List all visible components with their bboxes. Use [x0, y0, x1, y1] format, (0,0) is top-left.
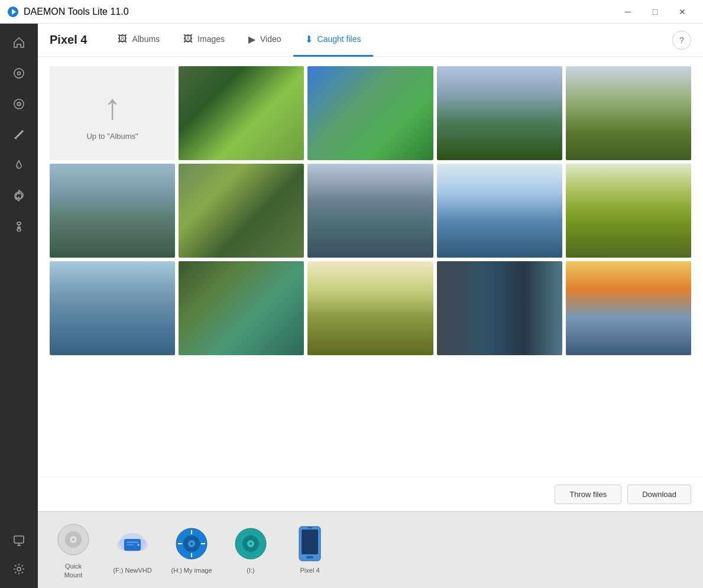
images-tab-label: Images	[197, 34, 225, 44]
app-title: DAEMON Tools Lite 11.0	[24, 7, 129, 17]
back-arrow-icon: ↑	[103, 86, 121, 127]
sidebar-bottom-icons	[5, 527, 33, 583]
quick-mount-icon	[54, 521, 92, 558]
svg-point-13	[17, 567, 21, 571]
photo-14[interactable]	[566, 261, 691, 355]
bottom-bar: QuickMount (F	[38, 511, 703, 588]
pixel4-icon	[291, 525, 329, 563]
back-label: Up to "Albums"	[86, 132, 138, 141]
sidebar-usb-icon[interactable]	[5, 213, 33, 241]
albums-tab-label: Albums	[132, 34, 160, 44]
photo-2[interactable]	[307, 66, 433, 160]
sidebar	[0, 24, 38, 588]
gallery-area[interactable]: ↑ Up to "Albums"	[38, 57, 703, 477]
svg-rect-7	[17, 222, 21, 225]
tab-caught-files[interactable]: ⬇ Caught files	[293, 24, 373, 57]
photo-9[interactable]	[566, 164, 691, 258]
sidebar-burn-icon[interactable]	[5, 151, 33, 180]
photo-3[interactable]	[437, 66, 562, 160]
title-bar-left: DAEMON Tools Lite 11.0	[7, 6, 129, 18]
photo-10[interactable]	[50, 261, 175, 355]
photo-12[interactable]	[307, 261, 433, 355]
i-drive-icon	[232, 525, 270, 563]
tab-albums[interactable]: 🖼 Albums	[106, 24, 171, 57]
pixel4-item[interactable]: Pixel 4	[286, 525, 333, 574]
download-button[interactable]: Download	[627, 485, 691, 504]
tab-images[interactable]: 🖼 Images	[171, 24, 237, 57]
photo-4[interactable]	[566, 66, 691, 160]
my-image-label: (H:) My image	[171, 566, 212, 574]
svg-rect-23	[127, 544, 134, 545]
svg-rect-9	[17, 229, 21, 231]
photo-8[interactable]	[437, 164, 562, 258]
maximize-button[interactable]: □	[642, 0, 669, 24]
caught-files-tab-label: Caught files	[318, 34, 361, 44]
photo-1[interactable]	[179, 66, 304, 160]
svg-rect-39	[306, 556, 313, 558]
svg-rect-10	[14, 536, 24, 543]
tab-video[interactable]: ▶ Video	[237, 24, 293, 57]
page-title: Pixel 4	[50, 33, 87, 47]
app-body: Pixel 4 🖼 Albums 🖼 Images ▶ Video ⬇ Caug…	[0, 24, 703, 588]
title-bar-controls: ─ □ ✕	[614, 0, 696, 24]
svg-point-36	[250, 542, 252, 545]
photo-13[interactable]	[437, 261, 562, 355]
pixel4-label: Pixel 4	[300, 566, 319, 574]
my-image-icon	[173, 525, 210, 563]
close-button[interactable]: ✕	[669, 0, 696, 24]
quick-mount-item[interactable]: QuickMount	[50, 521, 97, 579]
svg-rect-38	[302, 529, 318, 554]
images-tab-icon: 🖼	[183, 34, 193, 44]
svg-point-17	[72, 538, 74, 541]
svg-point-28	[190, 542, 193, 545]
title-bar: DAEMON Tools Lite 11.0 ─ □ ✕	[0, 0, 703, 24]
svg-point-6	[18, 103, 20, 105]
caught-files-tab-icon: ⬇	[305, 34, 313, 45]
sidebar-edit-icon[interactable]	[5, 121, 33, 149]
sidebar-agent-icon[interactable]	[5, 527, 33, 555]
i-drive-item[interactable]: (I:)	[227, 525, 274, 574]
photo-5[interactable]	[50, 164, 175, 258]
action-bar: Throw files Download	[38, 477, 703, 511]
new-vhd-icon	[114, 525, 151, 563]
svg-point-2	[14, 69, 24, 78]
throw-files-button[interactable]: Throw files	[555, 485, 621, 504]
sidebar-home-icon[interactable]	[5, 28, 33, 57]
sidebar-disc-mount-icon[interactable]	[5, 59, 33, 87]
nav-tabs: 🖼 Albums 🖼 Images ▶ Video ⬇ Caught files	[106, 24, 672, 57]
sidebar-virtual-drive-icon[interactable]	[5, 90, 33, 118]
video-tab-icon: ▶	[248, 34, 255, 45]
new-vhd-item[interactable]: (F:) NewVHD	[109, 525, 156, 574]
albums-tab-icon: 🖼	[118, 34, 127, 44]
photo-6[interactable]	[179, 164, 304, 258]
sidebar-settings-icon[interactable]	[5, 555, 33, 583]
svg-rect-40	[307, 527, 312, 528]
back-to-albums[interactable]: ↑ Up to "Albums"	[50, 66, 175, 160]
svg-point-3	[18, 72, 21, 75]
svg-point-24	[137, 544, 140, 546]
video-tab-label: Video	[260, 34, 281, 44]
i-drive-label: (I:)	[247, 566, 254, 574]
my-image-item[interactable]: (H:) My image	[168, 525, 215, 574]
photo-11[interactable]	[179, 261, 304, 355]
new-vhd-label: (F:) NewVHD	[113, 566, 151, 574]
minimize-button[interactable]: ─	[614, 0, 642, 24]
gallery-grid: ↑ Up to "Albums"	[50, 66, 691, 355]
svg-rect-22	[127, 541, 138, 543]
help-button[interactable]: ?	[672, 31, 691, 50]
main-content: Pixel 4 🖼 Albums 🖼 Images ▶ Video ⬇ Caug…	[38, 24, 703, 588]
daemon-tools-logo	[7, 6, 19, 18]
photo-7[interactable]	[307, 164, 433, 258]
quick-mount-label: QuickMount	[64, 562, 83, 579]
sidebar-recovery-icon[interactable]	[5, 182, 33, 210]
top-nav: Pixel 4 🖼 Albums 🖼 Images ▶ Video ⬇ Caug…	[38, 24, 703, 57]
